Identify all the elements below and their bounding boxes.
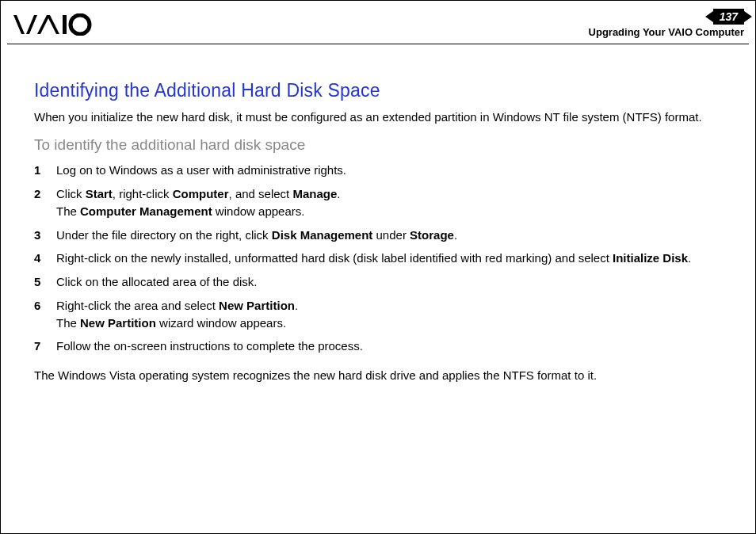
step-text: Log on to Windows as a user with adminis… [56, 163, 346, 177]
section-title: Upgrading Your VAIO Computer [589, 26, 744, 38]
page-number: 137 [720, 10, 738, 23]
step-number: 6 [34, 297, 40, 315]
header-right: 137 Upgrading Your VAIO Computer [589, 9, 744, 38]
step-item: 7Follow the on-screen instructions to co… [34, 338, 722, 355]
step-text: Under the file directory on the right, c… [56, 228, 457, 242]
steps-list: 1Log on to Windows as a user with admini… [34, 162, 722, 355]
nav-prev-icon[interactable] [705, 11, 713, 22]
step-number: 4 [34, 250, 40, 267]
step-item: 1Log on to Windows as a user with admini… [34, 162, 722, 179]
step-item: 4Right-click on the newly installed, unf… [34, 250, 722, 267]
step-number: 5 [34, 273, 40, 291]
page-title: Identifying the Additional Hard Disk Spa… [34, 80, 722, 101]
intro-paragraph: When you initialize the new hard disk, i… [34, 109, 722, 125]
svg-rect-0 [63, 15, 67, 34]
svg-point-1 [71, 15, 90, 34]
nav-next-icon[interactable] [744, 11, 752, 22]
header-rule [7, 44, 749, 44]
vaio-logo [13, 13, 101, 36]
page-number-badge: 137 [713, 9, 744, 25]
subheading: To identify the additional hard disk spa… [34, 136, 722, 154]
step-text: Right-click the area and select New Part… [56, 299, 298, 330]
step-number: 2 [34, 185, 40, 203]
step-text: Follow the on-screen instructions to com… [56, 339, 363, 353]
step-item: 3Under the file directory on the right, … [34, 227, 722, 244]
step-number: 1 [34, 162, 40, 179]
step-text: Click on the allocated area of the disk. [56, 275, 257, 288]
step-item: 5Click on the allocated area of the disk… [34, 273, 722, 291]
step-item: 6Right-click the area and select New Par… [34, 297, 722, 332]
closing-paragraph: The Windows Vista operating system recog… [34, 367, 722, 384]
step-text: Right-click on the newly installed, unfo… [56, 251, 691, 265]
step-number: 3 [34, 227, 40, 244]
step-item: 2Click Start, right-click Computer, and … [34, 185, 722, 220]
step-text: Click Start, right-click Computer, and s… [56, 187, 340, 218]
header: 137 Upgrading Your VAIO Computer [9, 9, 747, 44]
content: Identifying the Additional Hard Disk Spa… [34, 80, 722, 396]
step-number: 7 [34, 338, 40, 355]
page: 137 Upgrading Your VAIO Computer Identif… [0, 0, 756, 534]
